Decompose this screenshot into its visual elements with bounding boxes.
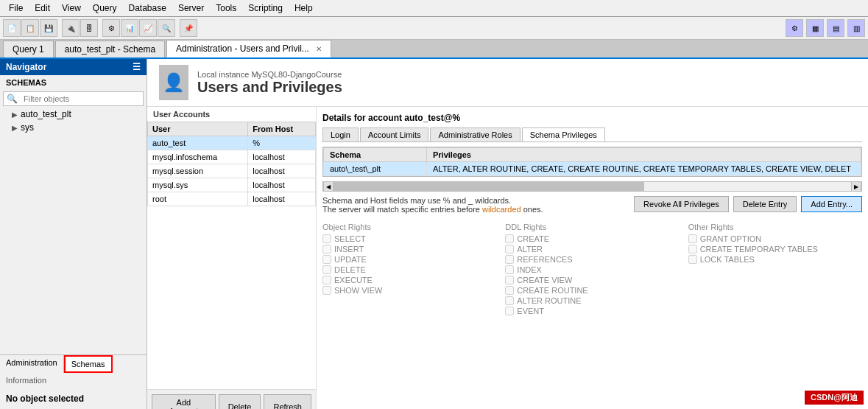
menu-edit[interactable]: Edit xyxy=(29,1,56,15)
nav-tab-schemas[interactable]: Schemas xyxy=(64,355,113,373)
tab-administration[interactable]: Administration - Users and Privil... ✕ xyxy=(166,40,331,57)
schema-col-privileges: Privileges xyxy=(427,148,861,162)
scroll-thumb[interactable] xyxy=(334,182,644,191)
rights-checkbox[interactable] xyxy=(322,245,331,254)
table-row[interactable]: mysql.syslocalhost xyxy=(148,178,316,192)
col-host: From Host xyxy=(248,122,316,136)
rights-checkbox[interactable] xyxy=(505,255,514,264)
info-line1: Schema and Host fields may use % and _ w… xyxy=(322,196,543,205)
toolbar-btn-7[interactable]: 📊 xyxy=(121,19,138,37)
tab-login[interactable]: Login xyxy=(322,127,359,141)
content-area: 👤 Local instance MySQL80-DjangoCourse Us… xyxy=(147,59,868,409)
add-account-button[interactable]: Add Account xyxy=(152,394,216,409)
user-cell: mysql.infoschema xyxy=(148,150,248,164)
list-item: INSERT xyxy=(322,245,496,254)
main-layout: Navigator ☰ SCHEMAS 🔍 ▶ auto_test_plt ▶ … xyxy=(0,59,868,409)
menu-query[interactable]: Query xyxy=(87,1,123,15)
tab-query1[interactable]: Query 1 xyxy=(3,41,54,57)
navigator-menu-icon[interactable]: ☰ xyxy=(133,62,141,72)
rights-checkbox[interactable] xyxy=(505,296,514,305)
nav-tab-administration[interactable]: Administration xyxy=(0,355,64,373)
user-accounts-panel: User Accounts User From Host auto_test%m… xyxy=(147,107,317,409)
list-item: INDEX xyxy=(505,265,679,274)
scroll-right-icon[interactable]: ▶ xyxy=(851,181,861,192)
rights-checkbox[interactable] xyxy=(688,255,697,264)
details-panel: Details for account auto_test@% Login Ac… xyxy=(317,107,868,409)
toolbar-btn-3[interactable]: 💾 xyxy=(40,19,57,37)
rights-label: ALTER ROUTINE xyxy=(517,296,581,305)
rights-checkbox[interactable] xyxy=(505,276,514,284)
rights-label: GRANT OPTION xyxy=(700,234,762,243)
toolbar-btn-6[interactable]: ⚙ xyxy=(102,19,120,37)
schema-privileges-table: Schema Privileges auto\_test\_pltALTER, … xyxy=(322,147,862,177)
add-entry-button[interactable]: Add Entry... xyxy=(801,196,862,212)
menu-help[interactable]: Help xyxy=(289,1,319,15)
rights-checkbox[interactable] xyxy=(505,307,514,315)
scroll-track[interactable] xyxy=(334,182,851,191)
toolbar-btn-10[interactable]: 📌 xyxy=(180,19,197,37)
tab-administrative-roles[interactable]: Administrative Roles xyxy=(430,127,520,141)
schemas-label: SCHEMAS xyxy=(0,75,147,90)
nav-item-auto-test-plt[interactable]: ▶ auto_test_plt xyxy=(0,108,147,121)
tab-close-icon[interactable]: ✕ xyxy=(316,45,322,53)
toolbar-layout2-icon[interactable]: ▤ xyxy=(827,19,844,37)
menu-database[interactable]: Database xyxy=(123,1,172,15)
toolbar: 📄 📋 💾 🔌 🗄 ⚙ 📊 📈 🔍 📌 ⚙ ▦ ▤ ▥ xyxy=(0,17,868,40)
rights-checkbox[interactable] xyxy=(322,255,331,264)
toolbar-layout-icon[interactable]: ▦ xyxy=(806,19,824,37)
rights-checkbox[interactable] xyxy=(322,276,331,284)
menu-tools[interactable]: Tools xyxy=(210,1,242,15)
navigator-panel: Navigator ☰ SCHEMAS 🔍 ▶ auto_test_plt ▶ … xyxy=(0,59,147,409)
menu-server[interactable]: Server xyxy=(172,1,210,15)
toolbar-btn-4[interactable]: 🔌 xyxy=(62,19,80,37)
toolbar-layout3-icon[interactable]: ▥ xyxy=(847,19,865,37)
tab-schema-privileges[interactable]: Schema Privileges xyxy=(522,127,605,141)
menu-scripting[interactable]: Scripting xyxy=(242,1,289,15)
menu-view[interactable]: View xyxy=(56,1,87,15)
rights-checkbox[interactable] xyxy=(505,265,514,274)
table-row[interactable]: auto\_test\_pltALTER, ALTER ROUTINE, CRE… xyxy=(324,162,861,176)
table-row[interactable]: mysql.sessionlocalhost xyxy=(148,164,316,178)
toolbar-btn-9[interactable]: 🔍 xyxy=(158,19,175,37)
rights-checkbox[interactable] xyxy=(505,286,514,295)
delete-entry-button[interactable]: Delete Entry xyxy=(733,196,797,212)
tab-account-limits[interactable]: Account Limits xyxy=(360,127,429,141)
table-row[interactable]: mysql.infoschemalocalhost xyxy=(148,150,316,164)
scroll-left-icon[interactable]: ◀ xyxy=(323,181,334,192)
toolbar-btn-2[interactable]: 📋 xyxy=(21,19,39,37)
schema-cell: auto\_test\_plt xyxy=(324,162,427,176)
revoke-all-button[interactable]: Revoke All Privileges xyxy=(634,196,729,212)
wildcard-text: wildcarded xyxy=(482,205,521,214)
rights-checkbox[interactable] xyxy=(505,245,514,254)
rights-checkbox[interactable] xyxy=(322,234,331,243)
toolbar-btn-5[interactable]: 🗄 xyxy=(80,19,98,37)
filter-box: 🔍 xyxy=(3,91,144,106)
nav-item-label: auto_test_plt xyxy=(21,109,71,119)
refresh-button[interactable]: Refresh xyxy=(264,394,311,409)
menu-file[interactable]: File xyxy=(3,1,29,15)
account-buttons: Add Account Delete Refresh xyxy=(147,389,316,409)
table-row[interactable]: rootlocalhost xyxy=(148,192,316,206)
user-cell: mysql.session xyxy=(148,164,248,178)
list-item: CREATE xyxy=(505,234,679,243)
toolbar-btn-1[interactable]: 📄 xyxy=(3,19,21,37)
toolbar-btn-8[interactable]: 📈 xyxy=(139,19,157,37)
rights-label: CREATE VIEW xyxy=(517,276,572,284)
rights-checkbox[interactable] xyxy=(322,286,331,295)
nav-tree: ▶ auto_test_plt ▶ sys xyxy=(0,108,147,354)
rights-checkbox[interactable] xyxy=(322,265,331,274)
tab-schema[interactable]: auto_test_plt - Schema xyxy=(55,41,165,57)
privileges-cell: ALTER, ALTER ROUTINE, CREATE, CREATE ROU… xyxy=(427,162,861,176)
delete-button[interactable]: Delete xyxy=(219,394,261,409)
rights-checkbox[interactable] xyxy=(688,245,697,254)
toolbar-settings-icon[interactable]: ⚙ xyxy=(786,19,803,37)
table-row[interactable]: auto_test% xyxy=(148,136,316,150)
nav-item-sys[interactable]: ▶ sys xyxy=(0,121,147,134)
user-cell: auto_test xyxy=(148,136,248,150)
horizontal-scrollbar[interactable]: ◀ ▶ xyxy=(322,181,862,192)
rights-checkbox[interactable] xyxy=(688,234,697,243)
rights-checkbox[interactable] xyxy=(505,234,514,243)
list-item: UPDATE xyxy=(322,255,496,264)
arrow-icon: ▶ xyxy=(12,111,18,119)
search-input[interactable] xyxy=(21,93,143,105)
